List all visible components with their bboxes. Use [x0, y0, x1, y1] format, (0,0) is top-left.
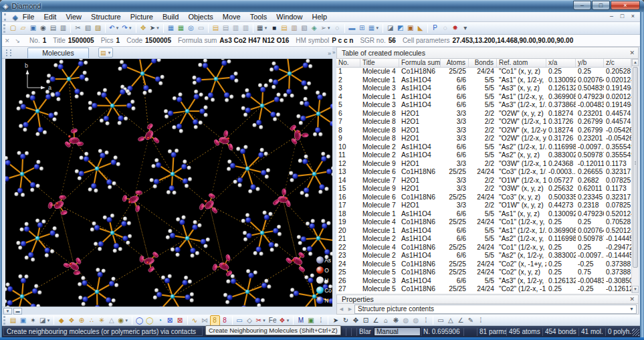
table-row[interactable]: 19Molecule 4Co1H18N625/2524/24"Co1" (1/2…: [336, 218, 631, 227]
picture-green-icon[interactable]: ▦: [176, 23, 186, 33]
paste-picture-icon[interactable]: ▧: [299, 23, 309, 33]
mdi-restore-button[interactable]: □: [617, 12, 627, 21]
overflow-dots2-icon[interactable]: ⁞: [421, 315, 431, 326]
column-header-atoms[interactable]: Atoms: [441, 59, 469, 67]
measure-torsion-icon[interactable]: ∠: [455, 315, 465, 326]
table-panel-close-icon[interactable]: ✕: [629, 50, 635, 56]
table-row[interactable]: 4Molecule 1As1H1O46/65/5"As1" (1/2-x, y,…: [336, 93, 631, 102]
picture-find-icon[interactable]: ◌: [332, 23, 342, 33]
picture-properties-icon[interactable]: ▤: [8, 315, 18, 326]
table-row[interactable]: 7Molecule 8H2O13/32/2"O2W" (1/2-x, 1...0…: [336, 118, 631, 126]
new-document-icon[interactable]: ▢: [8, 23, 18, 33]
minimize-button[interactable]: –: [573, 1, 591, 10]
table-gray3-icon[interactable]: ▥: [241, 23, 251, 33]
table-row[interactable]: 27Molecule 5Co1H18N625/2524/24"Co2" (1/2…: [336, 285, 631, 293]
new-picture-icon[interactable]: ▤: [279, 23, 289, 33]
move-mode-icon[interactable]: ✥: [350, 315, 360, 326]
image-dark-icon[interactable]: ■: [269, 23, 279, 33]
table-row[interactable]: 1Molecule 4Co1H18N625/2524/24"Co1" (x, y…: [336, 68, 631, 76]
table-row[interactable]: 12Molecule 9H2O13/32/2"O3W" (1/2-x, 1...…: [336, 160, 631, 169]
fill-unit-cell-icon[interactable]: ◆: [56, 315, 66, 326]
complete-fragments-icon[interactable]: ∴: [86, 315, 96, 326]
menu-tools[interactable]: Tools: [245, 12, 272, 21]
table-row[interactable]: 14Molecule 7H2O13/32/2"O1W" (1/2-x, 1...…: [336, 177, 631, 185]
copy-picture-icon[interactable]: ▥: [289, 23, 299, 33]
menu-help[interactable]: Help: [307, 12, 332, 21]
table-panel-title-bar[interactable]: Table of created molecules ✕: [336, 47, 639, 59]
angle-mode-icon[interactable]: ∠: [370, 315, 381, 326]
overflow-dots-icon[interactable]: ⁞: [316, 315, 326, 326]
pointer-mode-icon[interactable]: ➤: [330, 315, 340, 326]
print-preview-icon[interactable]: ▤: [48, 23, 58, 33]
tab-molecules[interactable]: Molecules: [27, 48, 89, 58]
scroll-up-icon[interactable]: ▲: [632, 59, 639, 66]
table-row[interactable]: 8Molecule 8H2O13/32/2"O2W" (x, 1/2-y...0…: [336, 126, 631, 135]
build-tools-icon[interactable]: ✶: [28, 315, 38, 326]
picture-window-icon[interactable]: ▣: [18, 315, 28, 326]
column-header-title[interactable]: Title: [360, 59, 399, 67]
undo-icon[interactable]: ↶▼: [108, 23, 120, 33]
packing-sphere-icon[interactable]: ◉▼: [116, 315, 130, 326]
properties-title-bar[interactable]: Properties ✕: [336, 294, 639, 304]
menu-picture[interactable]: Picture: [126, 12, 158, 21]
walk-mode-icon[interactable]: ◍: [401, 315, 411, 326]
table-row[interactable]: 11Molecule 2As1H1O46/65/5"As2" (x, y, z)…: [336, 151, 631, 160]
table-row[interactable]: 2Molecule 1As1H1O46/65/5"As1" (x, 1/2-y,…: [336, 76, 631, 85]
column-header-y-b[interactable]: y/b: [576, 59, 604, 67]
picture-plain-icon[interactable]: ▭: [196, 23, 206, 33]
title-bar[interactable]: ◈ Diamond – □ ×: [0, 0, 644, 12]
picture-rotate-icon[interactable]: ◎: [186, 23, 196, 33]
properties-prev-icon[interactable]: ◀: [337, 307, 346, 312]
table-row[interactable]: 24Molecule 5Co1H18N625/2524/24"Co2" (x, …: [336, 260, 631, 269]
column-header-formula-sum[interactable]: Formula sum: [399, 59, 441, 67]
print-icon[interactable]: ▥: [58, 23, 68, 33]
cut-icon[interactable]: ✂: [73, 23, 83, 33]
menu-window[interactable]: Window: [272, 12, 307, 21]
close-button[interactable]: ×: [611, 1, 640, 10]
picture-send-icon[interactable]: ➢▼: [319, 23, 332, 33]
menu-move[interactable]: Move: [218, 12, 245, 21]
table-row[interactable]: 25Molecule 5Co1H18N625/2524/24"Co2" (x, …: [336, 268, 631, 277]
open-file-icon[interactable]: ▱: [18, 23, 28, 33]
table-row[interactable]: 18Molecule 1As1H1O46/65/5"As1" (x, y, z)…: [336, 210, 631, 219]
destroy-fragment-icon[interactable]: △: [106, 315, 116, 326]
table-row[interactable]: 3Molecule 3As1H1O46/65/5"As3" (x, y, z)0…: [336, 84, 631, 93]
measure-M-icon[interactable]: M: [296, 315, 306, 326]
home-view-icon[interactable]: ⌂: [381, 315, 391, 326]
structure-3d-view[interactable]: ba AsOHCoN: [5, 59, 332, 307]
table-row[interactable]: 20Molecule 1As1H1O46/65/5"As1" (1/2-x, 1…: [336, 227, 631, 236]
pan-icon[interactable]: ✥: [138, 23, 148, 33]
table-row[interactable]: 6Molecule 8H2O13/32/2"O2W" (x, y, z)0.18…: [336, 110, 631, 118]
panel-split-icon[interactable]: ⊞: [357, 23, 367, 33]
new-picture-button[interactable]: ▤ ▼: [98, 48, 113, 58]
resize-grip[interactable]: [632, 329, 639, 336]
mdi-minimize-button[interactable]: –: [607, 12, 617, 21]
panel-grid-icon[interactable]: ▦▼: [367, 23, 381, 33]
table-row[interactable]: 5Molecule 3As1H1O46/65/5"As3" (1/2-x, 1/…: [336, 101, 631, 110]
table-row[interactable]: 22Molecule 4Co1H18N625/2524/24"Co1" (1/2…: [336, 244, 631, 252]
measure-ruler-icon[interactable]: ▭: [435, 315, 445, 326]
measure-triangle-icon[interactable]: △: [445, 315, 455, 326]
find-icon[interactable]: ◉: [38, 23, 48, 33]
neighbouring-contacts-icon[interactable]: 8: [220, 315, 230, 326]
column-header-z-c[interactable]: z/c: [604, 59, 631, 67]
redo-icon[interactable]: ↷▼: [120, 23, 133, 33]
table-gray2-icon[interactable]: ▥: [231, 23, 241, 33]
coordination-yellow-icon[interactable]: ◯: [144, 315, 154, 326]
table-gray-icon[interactable]: ▤: [221, 23, 231, 33]
column-header-ref-atom[interactable]: Ref. atom: [497, 59, 546, 67]
close-structure-icon[interactable]: ✕: [5, 37, 10, 44]
toolbar-overflow-icon[interactable]: ▾: [460, 23, 470, 33]
view-scroll-menu-button[interactable]: ▼: [3, 308, 12, 315]
column-header-no-[interactable]: No.: [336, 59, 360, 67]
overflow-dots3-icon[interactable]: ⁞: [475, 315, 486, 326]
cell-expand-icon[interactable]: ⋈: [200, 315, 210, 326]
tab-overflow-chevron[interactable]: »: [328, 50, 331, 57]
menu-objects[interactable]: Objects: [183, 12, 217, 21]
column-header-x-a[interactable]: x/a: [546, 59, 576, 67]
coordination-blue-icon[interactable]: ◯: [134, 315, 144, 326]
diagram-table-icon[interactable]: ▣: [405, 23, 415, 33]
polyhedra-icon[interactable]: ◇: [245, 315, 255, 326]
brush-icon[interactable]: ◣: [415, 23, 425, 33]
properties-close-icon[interactable]: ✕: [629, 296, 635, 303]
